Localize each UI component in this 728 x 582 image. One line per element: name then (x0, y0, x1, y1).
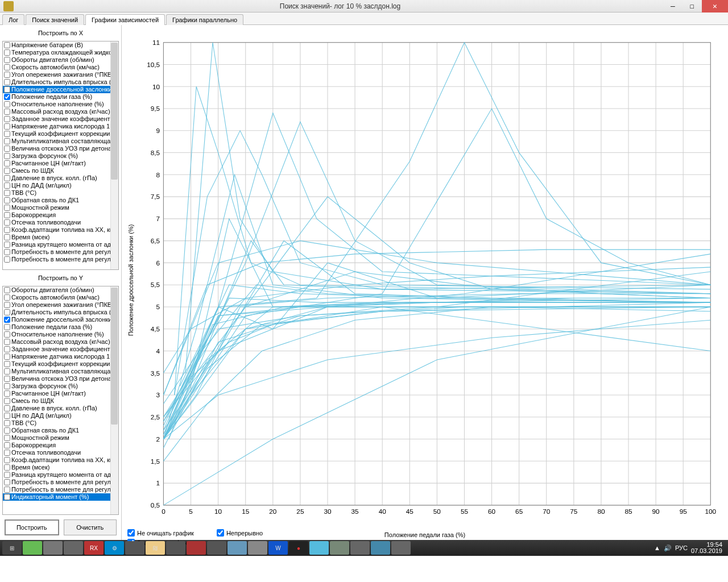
list-item-checkbox[interactable] (4, 420, 10, 426)
list-item-checkbox[interactable] (4, 435, 10, 441)
list-item-checkbox[interactable] (4, 294, 10, 301)
tray-lang[interactable]: РУС (675, 544, 688, 551)
tray-up-icon[interactable]: ▲ (654, 544, 660, 551)
list-item[interactable]: Разница крутящего момента от адап (3, 471, 118, 479)
list-item-checkbox[interactable] (4, 317, 10, 323)
list-item[interactable]: Загрузка форсунок (%) (3, 152, 118, 160)
maximize-button[interactable]: ☐ (682, 0, 702, 13)
list-item[interactable]: Смесь по ШДК (3, 397, 118, 405)
taskbar-app-icon[interactable]: ₪ (146, 541, 165, 555)
list-item[interactable]: Заданное значение коэффициента (3, 346, 118, 353)
list-item[interactable]: Время (мсек) (3, 464, 118, 471)
list-item[interactable]: ЦН по ДАД (мг/цикл) (3, 182, 118, 189)
taskbar-app-icon[interactable]: ● (289, 541, 308, 555)
list-item[interactable]: Коэф.адаптации топлива на ХХ, кг (3, 456, 118, 464)
list-item[interactable]: Смесь по ШДК (3, 167, 118, 174)
list-item[interactable]: Заданное значение коэффициента (3, 115, 118, 123)
taskbar-app-icon[interactable] (228, 541, 247, 555)
tab-3[interactable]: Графики параллельно (166, 14, 243, 25)
list-item-checkbox[interactable] (4, 57, 10, 63)
list-item-checkbox[interactable] (4, 153, 10, 159)
list-item-checkbox[interactable] (4, 182, 10, 189)
list-item-checkbox[interactable] (4, 368, 10, 375)
list-item-checkbox[interactable] (4, 354, 10, 360)
taskbar-app-icon[interactable] (248, 541, 267, 555)
list-item-checkbox[interactable] (4, 479, 10, 485)
list-item[interactable]: Температура охлаждающей жидкос (3, 49, 118, 56)
list-item-checkbox[interactable] (4, 168, 10, 174)
list-item-checkbox[interactable] (4, 302, 10, 308)
list-item-checkbox[interactable] (4, 138, 10, 144)
start-button[interactable]: ⊞ (2, 541, 22, 555)
list-item-checkbox[interactable] (4, 361, 10, 367)
list-item[interactable]: ТВВ (°С) (3, 419, 118, 427)
list-item[interactable]: Разница крутящего момента от адап (3, 241, 118, 248)
list-item[interactable]: Загрузка форсунок (%) (3, 383, 118, 390)
list-item-checkbox[interactable] (4, 494, 10, 500)
tab-0[interactable]: Лог (2, 14, 24, 25)
list-item[interactable]: Обратная связь по ДК1 (3, 427, 118, 434)
list-item[interactable]: Длительность импульса впрыска (м (3, 78, 118, 86)
list-item-checkbox[interactable] (4, 442, 10, 448)
list-item[interactable]: Мультипликативная составляющая (3, 368, 118, 375)
taskbar-app-icon[interactable] (125, 541, 144, 555)
list-item[interactable]: Индикаторный момент (%) (3, 493, 118, 501)
list-item[interactable]: Обороты двигателя (об/мин) (3, 286, 118, 294)
minimize-button[interactable]: — (663, 0, 682, 13)
list-item[interactable]: Отсечка топливоподачи (3, 449, 118, 456)
list-item[interactable]: Текущий коэффициент коррекции (3, 130, 118, 138)
list-item[interactable]: Положение педали газа (%) (3, 93, 118, 101)
list-item-checkbox[interactable] (4, 197, 10, 203)
list-item[interactable]: Обратная связь по ДК1 (3, 197, 118, 204)
list-item-checkbox[interactable] (4, 331, 10, 338)
list-item-checkbox[interactable] (4, 242, 10, 248)
taskbar-app-icon[interactable] (23, 541, 42, 555)
taskbar-app-icon[interactable] (64, 541, 83, 555)
list-item[interactable]: Потребность в моменте для регулир (3, 486, 118, 493)
list-item-checkbox[interactable] (4, 339, 10, 345)
taskbar-app-icon[interactable] (350, 541, 370, 555)
list-item-checkbox[interactable] (4, 175, 10, 181)
list-item-checkbox[interactable] (4, 383, 10, 389)
list-item[interactable]: Время (мсек) (3, 234, 118, 241)
clear-button[interactable]: Очистить (64, 519, 117, 535)
taskbar-app-icon[interactable]: W (268, 541, 288, 555)
list-item[interactable]: Скорость автомобиля (км/час) (3, 294, 118, 301)
taskbar-app-icon[interactable] (371, 541, 390, 555)
list-item-checkbox[interactable] (4, 94, 10, 100)
list-item[interactable]: Положение дроссельной заслонки (3, 316, 118, 323)
list-item-checkbox[interactable] (4, 190, 10, 196)
continuous-checkbox[interactable]: Непрерывно (217, 529, 263, 537)
listbox-x[interactable]: Напряжение батареи (В)Температура охлажд… (2, 41, 119, 270)
list-item[interactable]: Положение дроссельной заслонки (3, 86, 118, 93)
list-item-checkbox[interactable] (4, 413, 10, 419)
list-item-checkbox[interactable] (4, 42, 10, 48)
close-button[interactable]: ✕ (702, 0, 728, 13)
list-item-checkbox[interactable] (4, 205, 10, 211)
tab-2[interactable]: Графики зависимостей (85, 14, 165, 25)
list-item-checkbox[interactable] (4, 219, 10, 226)
list-item-checkbox[interactable] (4, 324, 10, 330)
list-item[interactable]: Скорость автомобиля (км/час) (3, 64, 118, 71)
scrollbar-y[interactable] (110, 286, 118, 514)
taskbar-app-icon[interactable] (207, 541, 226, 555)
list-item[interactable]: Расчитанное ЦН (мг/такт) (3, 160, 118, 167)
list-item[interactable]: Коэф.адаптации топлива на ХХ, кг (3, 226, 118, 234)
list-item[interactable]: Угол опережения зажигания (°ПКВ (3, 301, 118, 309)
list-item[interactable]: Потребность в моменте для регулир (3, 248, 118, 256)
list-item[interactable]: Расчитанное ЦН (мг/такт) (3, 390, 118, 397)
list-item[interactable]: Напряжение датчика кислорода 1 (3, 353, 118, 360)
list-item[interactable]: Длительность импульса впрыска (м (3, 309, 118, 316)
taskbar-app-icon[interactable] (330, 541, 349, 555)
list-item[interactable]: Относительное наполнение (%) (3, 101, 118, 108)
list-item[interactable]: Текущий коэффициент коррекции (3, 360, 118, 368)
list-item[interactable]: ЦН по ДАД (мг/цикл) (3, 412, 118, 419)
list-item-checkbox[interactable] (4, 234, 10, 240)
list-item-checkbox[interactable] (4, 346, 10, 352)
list-item-checkbox[interactable] (4, 487, 10, 493)
tray-clock[interactable]: 19:54 07.03.2019 (691, 542, 726, 554)
list-item[interactable]: Угол опережения зажигания (°ПКВ (3, 71, 118, 78)
list-item-checkbox[interactable] (4, 79, 10, 85)
taskbar-app-icon[interactable]: ⚙ (105, 541, 124, 555)
list-item[interactable]: Относительное наполнение (%) (3, 331, 118, 338)
